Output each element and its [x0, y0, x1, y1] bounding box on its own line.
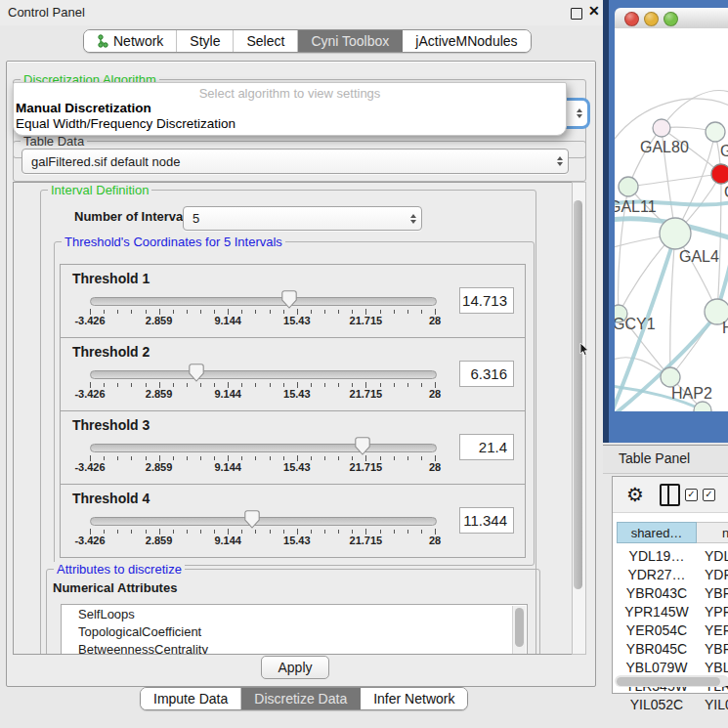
threshold-slider-thumb[interactable] [281, 290, 297, 309]
threshold-slider-thumb[interactable] [244, 510, 260, 529]
network-node-hap2[interactable] [661, 367, 680, 387]
tab-network[interactable]: Network [84, 30, 177, 52]
threshold-3-panel: Threshold 3-3.4262.8599.14415.4321.71528… [60, 410, 526, 485]
tab-jactivemnodules[interactable]: jActiveMNodules [403, 30, 530, 52]
threshold-label: Threshold 1 [72, 271, 150, 286]
attribute-item-topologicalcoefficient[interactable]: TopologicalCoefficient [62, 622, 527, 640]
cell-name: YBL0 [697, 660, 728, 675]
close-traffic-light[interactable] [624, 12, 639, 26]
slider-tick-label: 2.859 [146, 315, 173, 326]
column-header-shared[interactable]: shared… [617, 522, 697, 543]
slider-tick-label: 21.715 [350, 461, 383, 473]
table-panel-title: Table Panel [619, 450, 690, 466]
thresholds-group-title: Threshold's Coordinates for 5 Intervals [62, 235, 285, 249]
attributes-scrollbar[interactable] [512, 606, 526, 655]
slider-tick-label: -3.426 [74, 461, 105, 473]
minimize-traffic-light[interactable] [644, 12, 659, 26]
numerical-attributes-label: Numerical Attributes [53, 580, 177, 595]
network-node-gal11[interactable] [619, 177, 638, 196]
network-node-label: HA [722, 320, 728, 336]
slider-tick-label: 21.715 [350, 535, 383, 546]
tab-label: Infer Network [373, 691, 454, 707]
network-window-titlebar[interactable] [615, 8, 728, 29]
split-columns-icon[interactable] [660, 484, 680, 506]
threshold-slider-thumb[interactable] [189, 364, 204, 382]
network-node-c[interactable] [711, 164, 728, 184]
slider-tick-label: 9.144 [214, 535, 241, 546]
dropdown-option-equal-width[interactable]: Equal Width/Frequency Discretization [16, 116, 236, 131]
threshold-value-field[interactable]: 21.4 [459, 434, 514, 460]
slider-tick-label: 2.859 [146, 388, 173, 400]
table-row[interactable]: YDR27…YDR2 [617, 565, 728, 583]
tab-select[interactable]: Select [234, 30, 298, 52]
threshold-2-panel: Threshold 2-3.4262.8599.14415.4321.71528… [60, 337, 526, 411]
checkbox-icon[interactable]: ✓ [685, 489, 698, 501]
network-node-ga[interactable] [706, 122, 725, 142]
apply-button[interactable]: Apply [261, 656, 329, 679]
table-row[interactable]: YIL052CYIL0 [617, 695, 728, 713]
table-row[interactable]: YDL19…YDL1 [617, 546, 728, 565]
slider-tick-label: -3.426 [74, 388, 105, 400]
cell-shared-name: YDL19… [617, 548, 697, 564]
gear-icon[interactable]: ⚙ [626, 483, 644, 506]
number-of-intervals-combobox[interactable]: 5 [183, 206, 422, 231]
dropdown-option-manual-discretization[interactable]: Manual Discretization [16, 101, 151, 115]
threshold-slider-thumb[interactable] [355, 437, 370, 455]
network-icon [97, 34, 108, 49]
tab-label: Select [246, 33, 284, 49]
threshold-value-field[interactable]: 11.344 [459, 507, 514, 534]
checkbox-icon[interactable]: ✓ [703, 489, 715, 501]
number-of-intervals-label: Number of Intervals [74, 209, 193, 224]
tab-discretize-data[interactable]: Discretize Data [241, 688, 361, 709]
network-node-label: GAL4 [679, 248, 719, 265]
table-row[interactable]: YPR145WYPR1 [617, 602, 728, 621]
dropdown-hint: Select algorithm to view settings [14, 86, 566, 101]
slider-tick-label: 15.43 [283, 461, 311, 473]
tab-cyni-toolbox[interactable]: Cyni Toolbox [298, 30, 403, 52]
network-node-gal4[interactable] [660, 218, 691, 249]
table-row[interactable]: YER054CYER0 [617, 621, 728, 639]
panel-title: Control Panel [8, 5, 85, 20]
slider-tick-label: 9.144 [214, 388, 241, 400]
tab-infer-network[interactable]: Infer Network [361, 688, 467, 709]
threshold-label: Threshold 3 [72, 417, 150, 433]
slider-tick-label: 9.144 [214, 315, 241, 326]
table-row[interactable]: YBL079WYBL0 [617, 658, 728, 676]
tab-label: Impute Data [153, 691, 228, 707]
column-header-name[interactable]: n [697, 522, 728, 543]
float-window-icon[interactable] [571, 8, 582, 20]
table-toolbar: ⚙ ✓ ✓ [613, 477, 728, 513]
attribute-item-betweennesscentrality[interactable]: BetweennessCentrality [62, 640, 527, 655]
close-icon[interactable]: ✕ [588, 3, 600, 19]
tab-impute-data[interactable]: Impute Data [141, 688, 241, 709]
threshold-slider-track[interactable] [90, 517, 437, 526]
slider-tick-label: 28 [429, 388, 441, 400]
cell-shared-name: YIL052C [617, 697, 697, 712]
settings-scrollbar[interactable] [572, 182, 586, 655]
threshold-value-field[interactable]: 14.713 [459, 287, 514, 314]
tab-style[interactable]: Style [177, 30, 234, 52]
table-row[interactable]: YBR045CYBR0 [617, 639, 728, 658]
slider-tick-label: 15.43 [283, 315, 311, 326]
table-scrollbar-thumb[interactable] [617, 677, 720, 686]
table-row[interactable]: YBR043CYBR0 [617, 583, 728, 602]
cell-name: YBR0 [697, 641, 728, 657]
network-view-canvas[interactable]: GAL80GACGAL11GAL4GCY1HAHAP2 [615, 28, 728, 411]
table-data-combobox[interactable]: galFiltered.sif default node [21, 149, 569, 174]
threshold-value-field[interactable]: 6.316 [459, 361, 514, 387]
cell-name: YPR1 [697, 604, 728, 620]
settings-scrollbar-thumb[interactable] [574, 200, 582, 589]
numerical-attributes-list[interactable]: SelfLoopsTopologicalCoefficientBetweenne… [61, 604, 528, 655]
network-node-gal80[interactable] [653, 119, 670, 137]
zoom-traffic-light[interactable] [664, 12, 678, 26]
threshold-slider-track[interactable] [90, 297, 437, 306]
threshold-slider-track[interactable] [90, 444, 437, 452]
table-horizontal-scrollbar[interactable] [615, 675, 728, 687]
attribute-item-selfloops[interactable]: SelfLoops [62, 605, 527, 622]
slider-tick-label: 28 [429, 535, 441, 546]
bottom-tab-row: Impute DataDiscretize DataInfer Network [140, 687, 468, 710]
node-table: ⚙ ✓ ✓ shared… n YDL19…YDL1YDR27…YDR2YBR0… [612, 476, 728, 694]
threshold-slider-track[interactable] [90, 370, 437, 379]
slider-tick-label: -3.426 [74, 535, 105, 546]
threshold-label: Threshold 2 [72, 344, 150, 360]
